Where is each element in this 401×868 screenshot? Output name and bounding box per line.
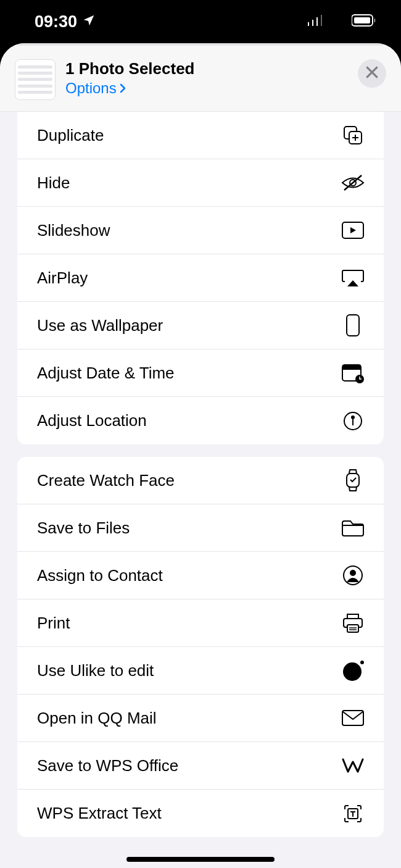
status-bar: 09:30: [0, 0, 401, 43]
actions-group-2: Create Watch Face Save to Files Assign t…: [17, 457, 384, 837]
action-label: Hide: [37, 173, 70, 193]
close-button[interactable]: [358, 59, 386, 88]
signal-icon: [307, 14, 325, 29]
action-qq-mail[interactable]: Open in QQ Mail: [17, 695, 384, 742]
action-label: Create Watch Face: [37, 471, 175, 490]
svg-rect-21: [347, 625, 358, 632]
battery-icon: [352, 14, 376, 29]
action-label: Print: [37, 614, 70, 633]
action-assign-contact[interactable]: Assign to Contact: [17, 552, 384, 599]
chevron-right-icon: [119, 80, 126, 97]
svg-rect-1: [312, 19, 314, 27]
action-save-files[interactable]: Save to Files: [17, 504, 384, 552]
svg-rect-0: [307, 22, 310, 27]
action-label: Open in QQ Mail: [37, 709, 157, 728]
action-label: Save to Files: [37, 519, 130, 538]
svg-rect-3: [320, 14, 323, 27]
hide-icon: [341, 170, 365, 195]
svg-point-16: [351, 415, 355, 419]
action-print[interactable]: Print: [17, 599, 384, 647]
action-watch-face[interactable]: Create Watch Face: [17, 457, 384, 504]
thumbnail: [15, 59, 56, 100]
svg-point-22: [344, 663, 361, 680]
action-adjust-date[interactable]: Adjust Date & Time: [17, 349, 384, 397]
action-hide[interactable]: Hide: [17, 159, 384, 207]
action-label: Use Ulike to edit: [37, 661, 154, 680]
wallpaper-icon: [341, 313, 365, 338]
action-label: AirPlay: [37, 269, 88, 288]
watch-icon: [341, 468, 365, 493]
action-wallpaper[interactable]: Use as Wallpaper: [17, 302, 384, 349]
svg-rect-5: [353, 17, 371, 24]
wifi-icon: [329, 14, 347, 30]
svg-rect-6: [374, 18, 376, 23]
location-arrow-icon: [82, 12, 96, 31]
action-slideshow[interactable]: Slideshow: [17, 207, 384, 254]
action-wps-save[interactable]: Save to WPS Office: [17, 742, 384, 790]
action-airplay[interactable]: AirPlay: [17, 254, 384, 302]
sheet-header: 1 Photo Selected Options: [0, 43, 401, 112]
share-sheet: 1 Photo Selected Options Duplicate: [0, 43, 401, 868]
action-label: Use as Wallpaper: [37, 316, 163, 335]
svg-point-23: [361, 661, 363, 664]
action-label: Assign to Contact: [37, 566, 163, 585]
options-label: Options: [65, 80, 117, 97]
status-left: 09:30: [35, 12, 96, 31]
svg-rect-11: [347, 315, 359, 336]
location-icon: [341, 409, 365, 433]
options-button[interactable]: Options: [65, 80, 348, 97]
extract-icon: [341, 801, 365, 826]
status-right: [307, 14, 376, 30]
print-icon: [341, 611, 365, 635]
ulike-icon: [341, 658, 365, 683]
action-label: Save to WPS Office: [37, 756, 178, 775]
sheet-title: 1 Photo Selected: [65, 59, 348, 78]
action-ulike[interactable]: Use Ulike to edit: [17, 647, 384, 695]
action-label: WPS Extract Text: [37, 804, 162, 823]
home-indicator[interactable]: [126, 857, 275, 862]
status-time: 09:30: [35, 12, 77, 31]
mail-icon: [341, 706, 365, 730]
action-label: Adjust Date & Time: [37, 364, 175, 383]
svg-rect-24: [342, 711, 363, 725]
svg-rect-13: [342, 365, 361, 370]
action-adjust-location[interactable]: Adjust Location: [17, 397, 384, 444]
wps-icon: [341, 753, 365, 778]
action-label: Adjust Location: [37, 411, 147, 430]
action-wps-extract[interactable]: WPS Extract Text: [17, 790, 384, 837]
title-block: 1 Photo Selected Options: [65, 59, 348, 97]
airplay-icon: [341, 265, 365, 290]
action-duplicate[interactable]: Duplicate: [17, 112, 384, 159]
svg-rect-2: [316, 17, 318, 27]
duplicate-icon: [341, 123, 365, 148]
folder-icon: [341, 515, 365, 540]
actions-group-1: Duplicate Hide Slideshow AirPlay: [17, 112, 384, 444]
svg-point-19: [350, 570, 356, 576]
close-icon: [365, 65, 379, 81]
actions-list: Duplicate Hide Slideshow AirPlay: [0, 112, 401, 837]
action-label: Duplicate: [37, 126, 104, 145]
calendar-icon: [341, 361, 365, 385]
contact-icon: [341, 563, 365, 588]
action-label: Slideshow: [37, 221, 110, 240]
slideshow-icon: [341, 218, 365, 243]
